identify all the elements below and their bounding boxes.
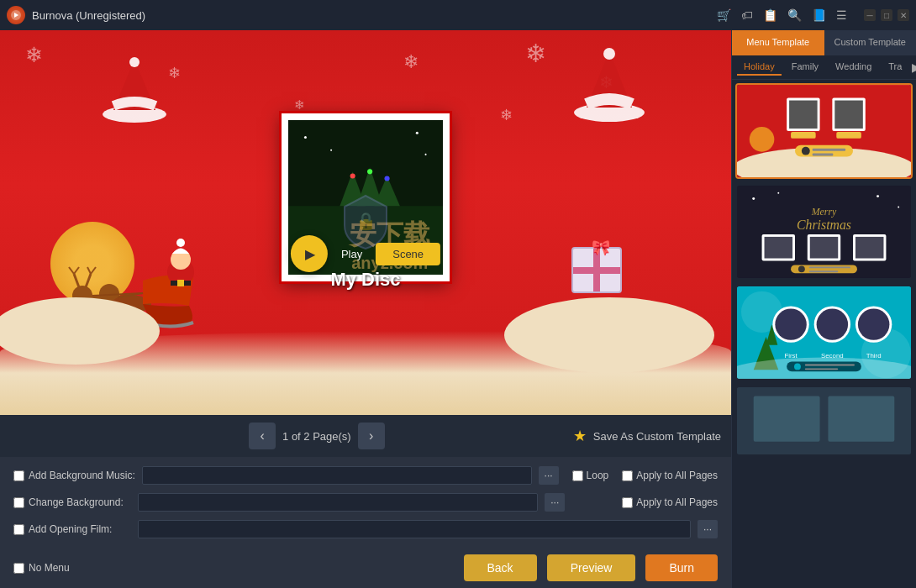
apply-all-1-checkbox-label[interactable]: Apply to All Pages xyxy=(622,470,718,481)
tab-menu-template[interactable]: Menu Template xyxy=(732,30,824,55)
opening-film-checkbox[interactable] xyxy=(13,524,24,535)
templates-list: Merry Christmas xyxy=(732,80,916,588)
change-bg-input[interactable] xyxy=(138,493,538,512)
template-item-3[interactable]: First Second Third xyxy=(735,285,913,381)
svg-point-33 xyxy=(350,173,355,178)
scene-button[interactable]: Scene xyxy=(376,243,440,265)
bg-music-checkbox-label[interactable]: Add Background Music: xyxy=(13,470,135,481)
apply-all-1-checkbox[interactable] xyxy=(622,470,633,481)
svg-rect-48 xyxy=(791,132,816,139)
main-area: ❄ ❄ ❄ ❄ ❄ ❄ ❄ xyxy=(0,30,916,588)
close-button[interactable]: ✕ xyxy=(898,9,909,21)
svg-rect-45 xyxy=(789,101,818,129)
apply-all-2-checkbox-label[interactable]: Apply to All Pages xyxy=(622,496,718,508)
apply-all-2-checkbox[interactable] xyxy=(622,497,633,508)
save-custom-template-button[interactable]: ★ Save As Custom Template xyxy=(573,427,721,445)
snowflake-2: ❄ xyxy=(168,64,181,82)
svg-point-34 xyxy=(367,169,372,174)
template-item-1[interactable] xyxy=(735,83,913,179)
maximize-button[interactable]: □ xyxy=(881,9,892,21)
tag-icon[interactable]: 🏷 xyxy=(741,8,753,22)
cat-holiday[interactable]: Holiday xyxy=(737,59,782,76)
svg-text:First: First xyxy=(784,352,798,360)
svg-rect-64 xyxy=(810,237,839,259)
snowflake-6: ❄ xyxy=(403,51,419,73)
template-item-4[interactable] xyxy=(735,386,913,456)
no-menu-checkbox[interactable] xyxy=(13,563,24,574)
burn-button[interactable]: Burn xyxy=(645,554,718,581)
prev-page-button[interactable]: ‹ xyxy=(249,423,276,449)
tab-custom-template[interactable]: Custom Template xyxy=(824,30,917,55)
play-button[interactable] xyxy=(291,235,328,272)
window-controls: ─ □ ✕ xyxy=(864,9,909,21)
category-tabs: Holiday Family Wedding Tra ▶ xyxy=(732,55,916,80)
svg-rect-49 xyxy=(836,132,861,139)
search-icon[interactable]: 🔍 xyxy=(787,8,802,22)
opening-film-checkbox-label[interactable]: Add Opening Film: xyxy=(13,523,131,535)
bg-music-row: Add Background Music: ··· Loop Apply to … xyxy=(13,464,718,487)
nav-center: ‹ 1 of 2 Page(s) › xyxy=(249,423,385,449)
cat-family[interactable]: Family xyxy=(785,59,825,76)
svg-text:Second: Second xyxy=(821,352,844,360)
minimize-button[interactable]: ─ xyxy=(864,9,876,21)
svg-point-57 xyxy=(877,195,879,197)
cat-wedding[interactable]: Wedding xyxy=(829,59,878,76)
snowflake-5: ❄ xyxy=(294,97,305,113)
change-bg-checkbox-label[interactable]: Change Background: xyxy=(13,496,131,508)
back-button[interactable]: Back xyxy=(464,554,537,581)
loop-checkbox[interactable] xyxy=(572,470,583,481)
svg-point-36 xyxy=(304,136,307,139)
play-scene-area: Play Scene xyxy=(291,235,440,272)
cart-icon[interactable]: 🛒 xyxy=(717,8,731,22)
svg-line-18 xyxy=(86,274,91,287)
titlebar: Burnova (Unregistered) 🛒 🏷 📋 🔍 📘 ☰ ─ □ ✕ xyxy=(0,0,916,30)
svg-point-87 xyxy=(794,363,801,370)
template-item-2[interactable]: Merry Christmas xyxy=(735,184,913,280)
opening-film-browse-button[interactable]: ··· xyxy=(698,520,718,538)
change-bg-browse-button[interactable]: ··· xyxy=(545,493,565,512)
menu-icon[interactable]: ☰ xyxy=(836,8,847,22)
opening-film-input[interactable] xyxy=(138,520,691,538)
star-icon: ★ xyxy=(573,427,587,445)
hat-decoration-left xyxy=(101,55,168,123)
bg-music-checkbox[interactable] xyxy=(13,470,24,481)
play-label: Play xyxy=(341,248,362,260)
loop-checkbox-label[interactable]: Loop xyxy=(572,470,609,481)
gift-decoration: 🎀 xyxy=(571,247,630,306)
svg-point-6 xyxy=(603,48,615,60)
svg-point-78 xyxy=(775,308,806,339)
svg-point-58 xyxy=(898,206,899,207)
bg-music-browse-button[interactable]: ··· xyxy=(539,466,559,485)
template-thumbnail-4 xyxy=(737,387,911,454)
template-thumbnail-3: First Second Third xyxy=(737,286,911,379)
no-menu-checkbox-label[interactable]: No Menu xyxy=(13,562,70,574)
svg-rect-88 xyxy=(805,364,855,365)
change-bg-checkbox[interactable] xyxy=(13,497,24,508)
svg-rect-69 xyxy=(809,266,850,268)
svg-point-37 xyxy=(330,150,332,151)
svg-rect-25 xyxy=(177,280,184,286)
svg-point-3 xyxy=(129,57,140,67)
hat-decoration-right xyxy=(571,47,647,123)
id-card-icon[interactable]: 📋 xyxy=(763,8,777,22)
svg-point-84 xyxy=(858,308,889,339)
svg-rect-47 xyxy=(834,101,863,129)
preview-button[interactable]: Preview xyxy=(547,554,636,581)
cat-travel[interactable]: Tra xyxy=(882,59,908,76)
preview-area: ❄ ❄ ❄ ❄ ❄ ❄ ❄ xyxy=(0,30,731,588)
next-page-button[interactable]: › xyxy=(358,423,385,449)
svg-point-39 xyxy=(425,154,427,155)
navigation-bar: ‹ 1 of 2 Page(s) › ★ Save As Custom Temp… xyxy=(0,415,731,457)
svg-rect-89 xyxy=(805,368,838,370)
template-thumbnail-1 xyxy=(737,85,911,177)
svg-line-16 xyxy=(69,267,74,274)
page-indicator: 1 of 2 Page(s) xyxy=(282,430,351,443)
facebook-icon[interactable]: 📘 xyxy=(812,8,826,22)
svg-line-15 xyxy=(74,274,79,287)
right-panel: Menu Template Custom Template Holiday Fa… xyxy=(731,30,916,588)
bottom-controls: Add Background Music: ··· Loop Apply to … xyxy=(0,457,731,548)
svg-rect-53 xyxy=(813,154,834,156)
canvas-wrapper: ❄ ❄ ❄ ❄ ❄ ❄ ❄ xyxy=(0,30,731,415)
category-scroll-right[interactable]: ▶ xyxy=(912,60,916,74)
bg-music-input[interactable] xyxy=(142,466,532,485)
